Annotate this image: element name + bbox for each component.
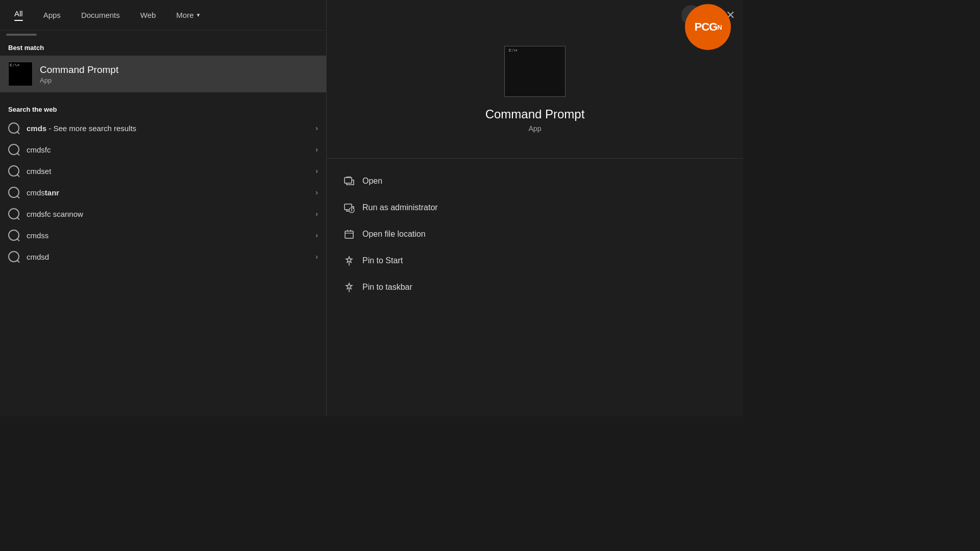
pin-start-icon [343,255,355,267]
web-result-text: cmdsd [27,253,308,261]
search-web-label: Search the web [0,101,326,117]
chevron-down-icon: ▼ [196,12,201,18]
chevron-right-icon: › [315,145,318,154]
app-info: Command Prompt App [40,64,118,84]
chevron-right-icon: › [315,253,318,261]
action-pin-taskbar[interactable]: Pin to taskbar [337,275,733,299]
app-name: Command Prompt [40,64,118,76]
web-result-cmdstanr[interactable]: cmdstanr › [0,182,326,203]
nav-tabs: All Apps Documents Web More ▼ [0,0,326,31]
search-panel: All Apps Documents Web More ▼ Best match… [0,0,743,416]
chevron-right-icon: › [315,210,318,218]
web-result-text: cmds - See more search results [27,124,308,133]
action-pin-start[interactable]: Pin to Start [337,248,733,273]
open-location-icon [343,228,355,240]
web-result-text: cmdss [27,231,308,240]
run-admin-icon [343,202,355,214]
action-open-label: Open [362,177,382,186]
search-icon [8,208,19,219]
pcgn-badge: PCGN [685,4,731,50]
action-run-admin-label: Run as administrator [362,203,438,212]
web-search-section: Search the web cmds - See more search re… [0,92,326,267]
chevron-right-icon: › [315,188,318,196]
web-result-cmdsfc-scannow[interactable]: cmdsfc scannow › [0,203,326,224]
search-icon [8,165,19,177]
web-result-cmds[interactable]: cmds - See more search results › [0,117,326,139]
action-pin-taskbar-label: Pin to taskbar [362,283,412,292]
tab-apps[interactable]: Apps [35,7,69,23]
preview-app-name: Command Prompt [485,107,585,121]
web-result-cmdset[interactable]: cmdset › [0,160,326,182]
actions-list: Open Run as administrator [327,164,743,305]
tab-all[interactable]: All [6,5,31,25]
web-result-cmdsd[interactable]: cmdsd › [0,246,326,267]
preview-app-type: App [529,124,542,133]
cmd-preview-icon: C:\> [504,46,566,97]
action-open-location[interactable]: Open file location [337,222,733,246]
app-preview: C:\> Command Prompt App [327,31,743,153]
search-icon [8,122,19,134]
app-type: App [40,77,118,84]
web-result-text: cmdsfc [27,145,308,154]
web-result-text: cmdset [27,167,308,176]
search-icon [8,251,19,262]
action-open-location-label: Open file location [362,230,426,239]
web-result-text: cmdsfc scannow [27,210,308,218]
svg-rect-3 [345,231,353,238]
right-panel: J ... ✕ PCGN C:\> Command Prompt App [327,0,743,416]
pin-taskbar-icon [343,281,355,293]
left-panel: All Apps Documents Web More ▼ Best match… [0,0,327,416]
search-icon [8,187,19,198]
action-pin-start-label: Pin to Start [362,256,403,265]
command-prompt-icon [8,62,33,86]
tab-more[interactable]: More ▼ [168,7,209,23]
tab-web[interactable]: Web [132,7,164,23]
pcgn-text: PCG [694,20,717,34]
top-right-bar: J ... ✕ [327,0,743,31]
svg-rect-0 [345,178,352,183]
best-match-label: Best match [0,39,326,56]
action-run-admin[interactable]: Run as administrator [337,195,733,220]
action-open[interactable]: Open [337,169,733,193]
best-match-item[interactable]: Command Prompt App [0,56,326,92]
search-icon [8,144,19,155]
web-result-cmdss[interactable]: cmdss › [0,224,326,246]
chevron-right-icon: › [315,231,318,239]
chevron-right-icon: › [315,124,318,132]
cmd-titlebar: C:\> [505,46,565,55]
web-result-cmdsfc[interactable]: cmdsfc › [0,139,326,160]
web-result-text: cmdstanr [27,188,308,197]
divider [327,158,743,159]
scroll-indicator [6,34,37,36]
open-icon [343,175,355,187]
chevron-right-icon: › [315,167,318,175]
search-icon [8,230,19,241]
pcgn-superscript: N [717,23,721,31]
tab-documents[interactable]: Documents [73,7,128,23]
